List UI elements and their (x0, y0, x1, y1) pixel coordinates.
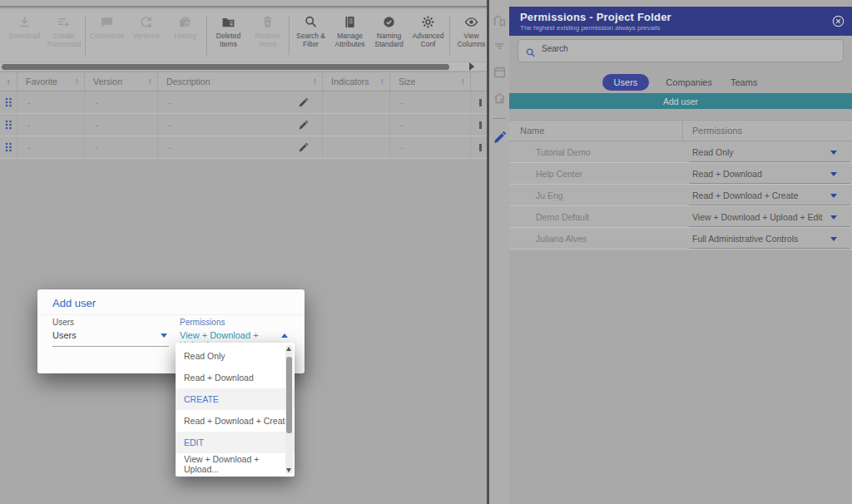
horizontal-scrollbar[interactable] (0, 62, 488, 71)
cell-value: - (95, 120, 98, 130)
permission-value[interactable]: Read Only (692, 147, 734, 157)
scroll-right-arrow-icon[interactable] (469, 62, 474, 71)
column-header-size[interactable]: Size↑ (390, 72, 471, 91)
chevron-up-icon[interactable] (281, 334, 288, 338)
users-field-value[interactable]: Users (52, 330, 169, 347)
home-icon[interactable] (493, 91, 507, 105)
edit-description-pencil-icon[interactable] (298, 97, 309, 108)
users-field-label: Users (52, 318, 169, 327)
toolbar-label: Naming Standard (369, 32, 409, 48)
permissions-field-label: Permissions (180, 318, 290, 327)
cell (471, 114, 488, 136)
toolbar-label: View Columns (452, 32, 488, 48)
add-user-button[interactable]: Add user (509, 93, 852, 109)
edit-pencil-icon[interactable] (493, 131, 507, 145)
drag-handle-icon[interactable] (4, 119, 12, 131)
search-box[interactable] (518, 39, 844, 62)
dialog-title: Add user (52, 297, 96, 309)
drag-handle-icon[interactable] (4, 96, 12, 108)
edit-description-pencil-icon[interactable] (298, 142, 309, 153)
documents-table-header: ↑Favorite↑Version↑Description↑Indicators… (0, 72, 488, 91)
panel-tabs: UsersCompaniesTeams (509, 72, 852, 92)
users-select-field[interactable]: Users Users (52, 318, 169, 347)
sort-arrow-icon[interactable]: ↑ (148, 76, 153, 86)
toolbar-deleted-items-button[interactable]: Deleted Items (209, 9, 248, 62)
toolbar-view-columns-button[interactable]: View Columns (452, 9, 488, 62)
chevron-down-icon[interactable] (830, 237, 837, 241)
dropdown-option-view-download-upload[interactable]: View + Download + Upload... (176, 453, 295, 475)
toolbar-separator (449, 16, 450, 55)
permission-value[interactable]: Full Administrative Controls (692, 234, 798, 244)
column-label: Version (93, 77, 122, 86)
column-divider (682, 121, 683, 141)
cell-value: - (400, 97, 404, 107)
cell-indicators (323, 136, 390, 158)
toolbar-create-transmittal-button: Create Transmittal (44, 9, 83, 62)
toolbar-restore-items-button: Restore Items (248, 9, 287, 62)
cell-indicators (323, 91, 390, 113)
toolbar-label: History (174, 32, 196, 40)
cell (0, 114, 17, 136)
filter-icon[interactable] (493, 39, 507, 53)
dropdown-scrollbar[interactable] (285, 345, 293, 474)
permission-value[interactable]: View + Download + Upload + Edit (692, 212, 823, 222)
column-header-name: Name (520, 126, 544, 136)
tab-teams[interactable]: Teams (729, 74, 759, 91)
restore-items-icon (260, 15, 275, 29)
select-underline (689, 248, 850, 249)
toolbar-advanced-conf-button[interactable]: Advanced Conf (409, 9, 448, 62)
drag-handle-icon[interactable] (4, 141, 12, 153)
sort-arrow-icon[interactable]: ↑ (313, 76, 318, 86)
strip-divider (493, 118, 506, 119)
chevron-down-icon[interactable] (830, 172, 837, 176)
sort-arrow-icon[interactable]: ↑ (6, 77, 11, 86)
dropdown-scrollbar-thumb[interactable] (286, 357, 292, 433)
permission-row: Ju EngRead + Download + Create (509, 185, 852, 206)
projects-icon[interactable] (493, 13, 507, 27)
chevron-down-icon[interactable] (830, 215, 837, 220)
chevron-down-icon[interactable] (830, 151, 837, 155)
dropdown-option-read-download[interactable]: Read + Download (176, 367, 295, 388)
scroll-up-icon[interactable] (286, 347, 291, 351)
user-name: Juliana Alves (536, 234, 587, 244)
column-header-favorite[interactable]: Favorite↑ (17, 72, 85, 91)
toolbar-naming-standard-button[interactable]: Naming Standard (369, 9, 409, 62)
permission-value[interactable]: Read + Download + Create (692, 190, 798, 200)
sort-arrow-icon[interactable]: ↑ (75, 76, 80, 86)
table-row[interactable]: ---- (0, 114, 488, 136)
sort-arrow-icon[interactable]: ↑ (380, 76, 385, 86)
scrollbar-thumb[interactable] (2, 64, 449, 70)
table-row[interactable]: ---- (0, 136, 488, 159)
column-header-description[interactable]: Description↑ (158, 72, 323, 91)
column-header-version[interactable]: Version↑ (85, 72, 158, 91)
chevron-down-icon[interactable] (161, 334, 167, 338)
toolbar-download-button: Download (5, 9, 44, 62)
window-top-strip (0, 0, 488, 7)
column-header[interactable]: ↑ (0, 72, 17, 91)
users-field-value-text: Users (52, 330, 77, 340)
toolbar-search-filter-button[interactable]: Search & Filter (291, 9, 330, 62)
toolbar-manage-attributes-button[interactable]: Manage Attributes (330, 9, 369, 62)
cell (471, 91, 488, 113)
sort-arrow-icon[interactable]: ↑ (461, 76, 466, 86)
cell (0, 136, 17, 158)
close-icon[interactable] (832, 15, 845, 27)
table-row[interactable]: ---- (0, 91, 488, 114)
clipped-column-content (479, 99, 482, 106)
tab-companies[interactable]: Companies (664, 74, 714, 91)
edit-description-pencil-icon[interactable] (298, 120, 309, 131)
chevron-down-icon[interactable] (830, 194, 837, 198)
tab-users[interactable]: Users (602, 74, 650, 91)
cell-value: - (27, 97, 31, 107)
column-header (471, 72, 488, 91)
column-header-indicators[interactable]: Indicators↑ (323, 72, 390, 91)
naming-standard-icon (382, 15, 396, 29)
dropdown-option-read-only[interactable]: Read Only (176, 345, 295, 367)
calendar-icon[interactable] (493, 65, 507, 79)
advanced-conf-icon (421, 15, 435, 29)
scroll-down-icon[interactable] (286, 468, 291, 472)
search-input[interactable] (542, 42, 833, 55)
dropdown-option-read-download-create[interactable]: Read + Download + Create (176, 410, 295, 432)
permission-value[interactable]: Read + Download (692, 169, 762, 179)
user-name: Tutorial Demo (536, 147, 591, 157)
